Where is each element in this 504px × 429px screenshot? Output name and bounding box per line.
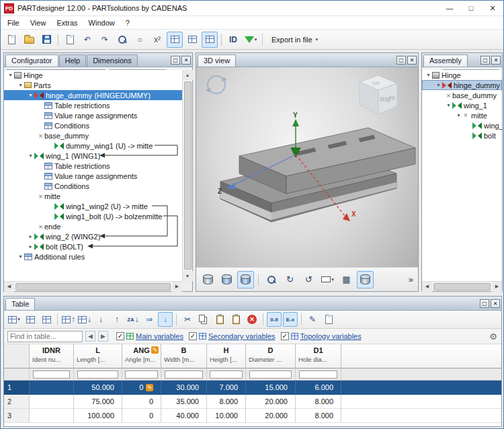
scroll-thumb[interactable]: [184, 81, 192, 270]
cell-ang[interactable]: 0: [122, 409, 161, 423]
table-row-1[interactable]: 150.0000✎30.0007.00015.0006.000: [4, 381, 501, 395]
configurator-item-wing-2-wing2[interactable]: ▸wing_2 (WING2): [4, 231, 182, 241]
assembly-item-wing-1[interactable]: ▾wing_1: [422, 100, 502, 110]
3d-model-viewport[interactable]: Top Right: [196, 67, 418, 268]
row-number[interactable]: 1: [4, 381, 30, 395]
configurator-horizontal-scrollbar[interactable]: ◀ ▶: [4, 281, 182, 291]
menu-window[interactable]: Window: [83, 17, 120, 28]
paste-special-button[interactable]: [228, 312, 243, 327]
cell-idnr[interactable]: [30, 395, 74, 409]
scroll-thumb[interactable]: [433, 283, 491, 290]
render-mode-button[interactable]: [357, 271, 374, 288]
tab-table[interactable]: Table: [5, 298, 35, 310]
assembly-item-hinge[interactable]: ▾Hinge: [422, 70, 502, 80]
cell-l[interactable]: 50.000: [74, 381, 122, 395]
cell-d1[interactable]: 6.000: [296, 381, 341, 395]
find-in-table-input[interactable]: [7, 331, 83, 342]
update-dropdown-button[interactable]: ▾: [243, 32, 259, 48]
edit-cell-button[interactable]: ✎: [305, 312, 320, 327]
table-view-button-2[interactable]: [184, 32, 200, 48]
scroll-thumb[interactable]: [15, 283, 171, 290]
apply-row-button[interactable]: ↓: [158, 312, 173, 327]
find-next-button[interactable]: ▶: [98, 331, 108, 342]
scroll-right-arrow[interactable]: ▶: [492, 282, 502, 292]
table-close-button[interactable]: ✕: [491, 299, 500, 308]
configurator-float-button[interactable]: ▢: [171, 56, 180, 65]
row-details-button[interactable]: [321, 312, 336, 327]
cell-d1[interactable]: 8.000: [296, 395, 341, 409]
expander-icon[interactable]: ▾: [17, 254, 24, 260]
column-header-h[interactable]: HHeigth [...: [207, 344, 246, 368]
measure-button[interactable]: ▾: [319, 271, 336, 288]
exponent-format-button[interactable]: E-x: [283, 312, 298, 327]
cell-idnr[interactable]: [30, 381, 74, 395]
configurator-item-wing1-bolt-u-bolzenmitte[interactable]: wing1_bolt (U) -> bolzenmitte: [4, 211, 182, 221]
table-options-button[interactable]: ▾: [7, 312, 22, 327]
cell-h[interactable]: 8.000: [207, 395, 246, 409]
table-row-2[interactable]: 275.000035.0008.00020.0008.000: [4, 395, 501, 409]
assembly-item-base-dummy[interactable]: ×base_dummy: [422, 90, 502, 100]
column-header-l[interactable]: LLength [...: [74, 344, 122, 368]
redo-button[interactable]: ↷: [97, 32, 113, 48]
menu-help[interactable]: ?: [120, 17, 135, 28]
tab-configurator[interactable]: Configurator: [5, 54, 58, 67]
configurator-item-value-range-assignments[interactable]: Value range assignments: [4, 110, 182, 120]
insert-row-below-button[interactable]: ↓: [77, 312, 92, 327]
numeric-format-button[interactable]: 0-9: [267, 312, 282, 327]
configurator-item-table-restrictions[interactable]: Table restrictions: [4, 100, 182, 110]
goto-row-button[interactable]: ⇒: [142, 312, 157, 327]
display-solid-button[interactable]: [200, 271, 216, 288]
expander-icon[interactable]: ▾: [27, 92, 34, 98]
expander-icon[interactable]: ▾: [455, 112, 462, 118]
cell-b[interactable]: 35.000: [161, 395, 207, 409]
filter-label-main-variables[interactable]: Main variables: [136, 332, 183, 340]
column-header-idnr[interactable]: IDNRIdent nu...: [30, 344, 74, 368]
close-button[interactable]: ✕: [482, 1, 503, 15]
spin-view-button[interactable]: ↺: [300, 271, 317, 288]
checkbox-topology-variables[interactable]: ✓: [281, 332, 289, 340]
configurator-vertical-scrollbar[interactable]: ▲ ▼: [182, 70, 192, 281]
3d-scene[interactable]: Top Right: [196, 67, 418, 291]
id-button[interactable]: ID: [225, 32, 241, 48]
copy-button[interactable]: [196, 312, 211, 327]
menu-view[interactable]: View: [25, 17, 52, 28]
checkbox-secondary-variables[interactable]: ✓: [189, 332, 197, 340]
assembly-float-button[interactable]: ▢: [480, 56, 490, 65]
edit-table-button[interactable]: [39, 312, 54, 327]
configurator-item-additional-rules[interactable]: ▾Additional rules: [4, 251, 182, 262]
scroll-down-arrow[interactable]: ▼: [183, 271, 193, 281]
more-tools-button[interactable]: »: [409, 274, 415, 284]
new-table-button[interactable]: [23, 312, 38, 327]
configurator-item-hinge[interactable]: ▾Hinge: [4, 70, 182, 80]
configurator-item-value-range-assignments[interactable]: Value range assignments: [4, 171, 182, 181]
column-header-b[interactable]: BWidth [m...: [161, 344, 207, 368]
configurator-item-conditions[interactable]: Conditions: [4, 181, 182, 191]
checkbox-main-variables[interactable]: ✓: [116, 332, 124, 340]
insert-row-above-button[interactable]: ↑: [61, 312, 76, 327]
document-properties-button[interactable]: [62, 32, 78, 48]
scroll-up-arrow[interactable]: ▲: [183, 70, 193, 80]
expander-icon[interactable]: ▾: [435, 82, 442, 88]
assembly-close-button[interactable]: ✕: [491, 56, 501, 65]
cell-idnr[interactable]: [30, 409, 74, 423]
configurator-item-wing1-wing2-u-mitte[interactable]: wing1_wing2 (U) -> mitte: [4, 201, 182, 211]
maximize-button[interactable]: □: [460, 1, 482, 15]
configurator-item-parts[interactable]: ▾Parts: [4, 80, 182, 90]
cell-d[interactable]: 20.000: [246, 395, 296, 409]
cell-d[interactable]: 20.000: [246, 409, 296, 423]
table-view-button-3[interactable]: [202, 32, 218, 48]
cell-b[interactable]: 30.000: [161, 381, 207, 395]
configurator-close-button[interactable]: ✕: [181, 56, 191, 65]
row-number[interactable]: 2: [4, 395, 30, 409]
cell-d[interactable]: 15.000: [246, 381, 296, 395]
variables-button[interactable]: x²: [149, 32, 165, 48]
configurator-item-base-dummy[interactable]: ×base_dummy: [4, 130, 182, 141]
rotate-view-button[interactable]: ↻: [282, 271, 298, 288]
expander-icon[interactable]: ×: [37, 132, 44, 140]
new-file-button[interactable]: [3, 32, 19, 48]
table-row-3[interactable]: 3100.000040.00010.00020.0008.000: [4, 409, 501, 423]
filter-input-ang[interactable]: [125, 370, 157, 379]
column-header-d[interactable]: DDiameter ...: [246, 344, 296, 368]
filter-input-h[interactable]: [210, 370, 242, 379]
tab-assembly[interactable]: Assembly: [423, 54, 468, 67]
